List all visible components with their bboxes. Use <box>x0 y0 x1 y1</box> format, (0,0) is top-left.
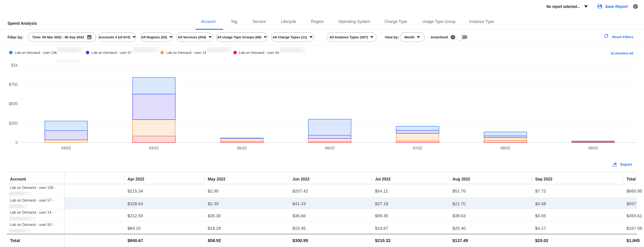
svg-text:09/22: 09/22 <box>588 146 598 150</box>
svg-text:$1k: $1k <box>11 63 18 67</box>
svg-text:04/22: 04/22 <box>149 146 159 150</box>
svg-text:05/22: 05/22 <box>237 146 247 150</box>
svg-text:06/22: 06/22 <box>325 146 335 150</box>
svg-text:07/22: 07/22 <box>413 146 422 150</box>
svg-text:$500: $500 <box>9 101 18 106</box>
svg-text:$250: $250 <box>9 121 18 126</box>
svg-text:03/22: 03/22 <box>61 146 71 150</box>
svg-text:0: 0 <box>16 140 18 145</box>
svg-text:$750: $750 <box>9 82 18 87</box>
svg-text:08/22: 08/22 <box>500 146 510 150</box>
